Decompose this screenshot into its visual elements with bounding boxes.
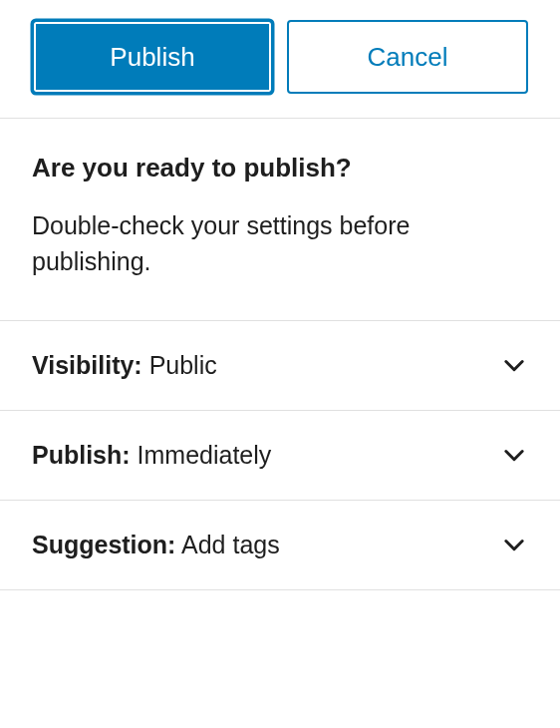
cancel-button[interactable]: Cancel bbox=[287, 20, 528, 94]
visibility-text: Visibility: Public bbox=[32, 351, 217, 380]
intro-heading: Are you ready to publish? bbox=[32, 153, 528, 183]
publish-button[interactable]: Publish bbox=[32, 20, 273, 94]
publish-panel: Publish Cancel Are you ready to publish?… bbox=[0, 0, 560, 590]
action-bar: Publish Cancel bbox=[0, 0, 560, 119]
chevron-down-icon bbox=[500, 351, 528, 379]
suggestion-row[interactable]: Suggestion: Add tags bbox=[0, 501, 560, 590]
intro-subtext: Double-check your settings before publis… bbox=[32, 207, 528, 280]
publish-time-value: Immediately bbox=[138, 441, 272, 469]
publish-time-label: Publish: bbox=[32, 441, 131, 469]
visibility-value: Public bbox=[149, 351, 217, 379]
chevron-down-icon bbox=[500, 441, 528, 469]
suggestion-text: Suggestion: Add tags bbox=[32, 531, 280, 559]
intro-section: Are you ready to publish? Double-check y… bbox=[0, 119, 560, 321]
suggestion-label: Suggestion: bbox=[32, 531, 175, 558]
visibility-label: Visibility: bbox=[32, 351, 142, 379]
publish-time-text: Publish: Immediately bbox=[32, 441, 271, 470]
chevron-down-icon bbox=[500, 531, 528, 558]
visibility-row[interactable]: Visibility: Public bbox=[0, 321, 560, 411]
publish-time-row[interactable]: Publish: Immediately bbox=[0, 411, 560, 501]
suggestion-value: Add tags bbox=[181, 531, 280, 558]
